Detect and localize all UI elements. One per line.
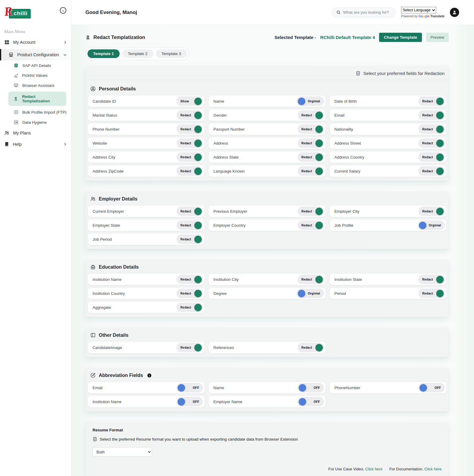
field-label: Address ZipCode xyxy=(93,169,123,173)
toggle-orginial[interactable]: Orginial xyxy=(297,289,324,298)
sidebar-item-label: Data Hygiene xyxy=(22,120,67,125)
sidebar-item-sap-api-details[interactable]: SAP API Details xyxy=(0,60,71,71)
toggle-redact[interactable]: Redact xyxy=(298,275,324,284)
change-template-button[interactable]: Change Template xyxy=(379,33,422,42)
toggle-state-label: OFF xyxy=(314,386,320,389)
field-label: Address State xyxy=(213,155,239,159)
info-icon[interactable] xyxy=(147,373,152,378)
toggle-redact[interactable]: Redact xyxy=(176,166,203,176)
avatar[interactable] xyxy=(450,8,459,17)
sidebar-collapse-button[interactable]: ‹ xyxy=(60,7,66,14)
field-label: Employer Name xyxy=(213,400,242,404)
toggle-state-label: Redact xyxy=(180,346,191,349)
field-row-references: ReferencesRedact xyxy=(209,342,325,353)
toggle-redact[interactable]: Redact xyxy=(176,220,203,230)
toggle-orginial[interactable]: Orginial xyxy=(418,220,445,230)
field-row-name: NameOFF xyxy=(209,382,325,393)
toggle-redact[interactable]: Redact xyxy=(418,96,445,106)
toggle-redact[interactable]: Redact xyxy=(418,206,445,216)
greeting: Good Evening, Manoj xyxy=(85,10,137,15)
chat-icon xyxy=(14,83,18,88)
use-case-video-link[interactable]: Click here xyxy=(365,467,382,471)
sidebar-item-my-account[interactable]: My Account xyxy=(0,37,71,48)
resume-format-description-text: Select the preferred Resume format you w… xyxy=(100,437,298,441)
google-logo: Google xyxy=(419,14,429,18)
toggle-redact[interactable]: Redact xyxy=(418,110,445,120)
toggle-redact[interactable]: Redact xyxy=(298,220,324,230)
toggle-redact[interactable]: Redact xyxy=(176,124,203,134)
sidebar-item-redact-templatization[interactable]: Redact Templatization xyxy=(8,92,66,106)
language-select[interactable]: Select Language xyxy=(401,7,436,13)
field-label: Email xyxy=(93,386,103,390)
field-label: Current Employer xyxy=(93,209,124,214)
toggle-redact[interactable]: Redact xyxy=(418,289,445,298)
field-label: Language Known xyxy=(213,169,245,173)
search-input[interactable] xyxy=(343,10,391,15)
selected-template-link[interactable]: RChilli Default Template 4 xyxy=(320,35,375,40)
documentation-link[interactable]: Click here xyxy=(424,467,442,471)
field-row-date-of-birth: Date of BirthRedact xyxy=(330,95,446,107)
resume-format-select[interactable]: Both xyxy=(93,447,152,457)
toggle-redact[interactable]: Redact xyxy=(298,343,324,352)
toggle-off[interactable]: OFF xyxy=(176,383,203,392)
import-icon xyxy=(14,110,18,115)
toggle-redact[interactable]: Redact xyxy=(176,289,203,298)
toggle-redact[interactable]: Redact xyxy=(418,138,445,148)
toggle-off[interactable]: OFF xyxy=(298,397,324,406)
sidebar-item-bulk-profile-import-ftp[interactable]: Bulk Profile Import (FTP) xyxy=(0,107,71,117)
toggle-redact[interactable]: Redact xyxy=(176,138,203,148)
preview-button[interactable]: Preview xyxy=(426,33,449,42)
field-row-previous-employer: Previous EmployerRedact xyxy=(209,206,325,217)
toggle-redact[interactable]: Redact xyxy=(298,152,324,162)
sidebar-item-data-hygiene[interactable]: Data Hygiene xyxy=(0,117,71,127)
toggle-redact[interactable]: Redact xyxy=(418,166,445,176)
template-tabs: Template 1Template 2Template 3 xyxy=(85,47,189,60)
tab-template-3[interactable]: Template 3 xyxy=(156,49,187,58)
toggle-redact[interactable]: Redact xyxy=(418,124,445,134)
field-row-address-state: Address StateRedact xyxy=(209,151,325,163)
toggle-redact[interactable]: Redact xyxy=(298,124,324,134)
toggle-off[interactable]: OFF xyxy=(298,383,324,392)
toggle-knob xyxy=(436,98,444,105)
sidebar-nav: My AccountProduct ConfigurationSAP API D… xyxy=(0,37,71,150)
toggle-state-label: Redact xyxy=(422,169,433,173)
toggle-redact[interactable]: Redact xyxy=(298,206,324,216)
sidebar-item-browser-assistant[interactable]: Browser Assistant xyxy=(0,80,71,90)
sidebar-item-picklist-values[interactable]: Picklist Values xyxy=(0,71,71,80)
selected-template-label: Selected Template - xyxy=(275,35,316,40)
people-icon xyxy=(4,130,10,136)
toggle-redact[interactable]: Redact xyxy=(298,138,324,148)
field-row-address-city: Address CityRedact xyxy=(88,151,204,163)
toggle-redact[interactable]: Redact xyxy=(298,166,324,176)
tab-template-1[interactable]: Template 1 xyxy=(87,49,120,58)
toggle-off[interactable]: OFF xyxy=(418,383,445,392)
toggle-state-label: Redact xyxy=(180,113,191,117)
toggle-orginial[interactable]: Orginial xyxy=(297,96,324,106)
field-label: Email xyxy=(334,113,345,118)
sidebar-item-label: Help xyxy=(13,142,60,147)
toggle-show[interactable]: Show xyxy=(176,96,203,106)
toggle-state-label: OFF xyxy=(193,400,199,403)
search-box[interactable] xyxy=(332,7,396,17)
toggle-redact[interactable]: Redact xyxy=(176,275,203,284)
field-row-passport-number: Passport NumberRedact xyxy=(209,123,325,135)
toggle-redact[interactable]: Redact xyxy=(176,110,203,120)
search-icon xyxy=(336,10,341,15)
field-row-job-period: Job PeriodRedact xyxy=(88,234,204,245)
sidebar-item-my-plans[interactable]: My Plans xyxy=(0,127,71,139)
toggle-redact[interactable]: Redact xyxy=(176,206,203,216)
toggle-redact[interactable]: Redact xyxy=(418,275,445,284)
toggle-redact[interactable]: Redact xyxy=(176,152,203,162)
toggle-redact[interactable]: Redact xyxy=(176,303,203,312)
sidebar-item-product-configuration[interactable]: Product Configuration xyxy=(0,49,71,60)
toggle-off[interactable]: OFF xyxy=(176,397,203,406)
toggle-redact[interactable]: Redact xyxy=(298,110,324,120)
toggle-redact[interactable]: Redact xyxy=(418,152,445,162)
toggle-redact[interactable]: Redact xyxy=(176,234,203,244)
tab-template-2[interactable]: Template 2 xyxy=(122,49,153,58)
toggle-knob xyxy=(315,154,323,161)
toggle-redact[interactable]: Redact xyxy=(176,343,203,352)
toggle-knob xyxy=(194,126,202,133)
sidebar-item-help[interactable]: Help xyxy=(0,139,71,150)
toggle-knob xyxy=(419,222,426,229)
